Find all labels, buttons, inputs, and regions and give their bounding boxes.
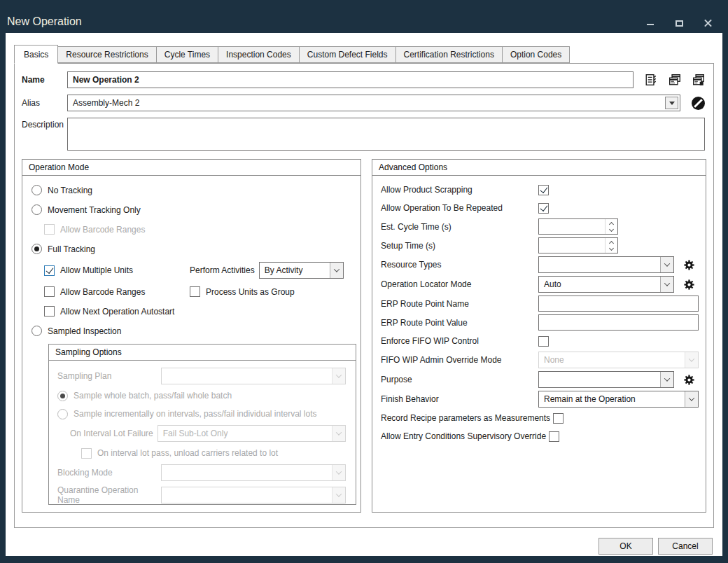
est-cycle-time-value — [539, 219, 605, 234]
dropdown-button[interactable] — [660, 372, 673, 387]
checkbox-allow-barcode-ranges[interactable]: Allow Barcode Ranges — [44, 286, 190, 297]
enforce-fifo-label: Enforce FIFO WIP Control — [381, 336, 538, 346]
erp-route-value-row: ERP Route Point Value — [381, 314, 699, 331]
block-icon — [692, 97, 705, 110]
tab-custom-defect-fields[interactable]: Custom Defect Fields — [299, 46, 396, 63]
dropdown-button[interactable] — [660, 277, 673, 292]
erp-route-point-name-input[interactable] — [538, 296, 699, 312]
tab-inspection-codes[interactable]: Inspection Codes — [218, 46, 300, 63]
interval-failure-label: On Interval Lot Failure — [70, 429, 153, 438]
spinner-buttons[interactable] — [605, 238, 617, 253]
cancel-button[interactable]: Cancel — [658, 538, 713, 555]
tab-basics[interactable]: Basics — [14, 45, 58, 64]
tab-cycle-times[interactable]: Cycle Times — [156, 46, 218, 63]
sampling-plan-label: Sampling Plan — [57, 371, 161, 381]
allow-entry-override-checkbox[interactable] — [549, 431, 559, 442]
fifo-admin-override-label: FIFO WIP Admin Override Mode — [381, 355, 538, 365]
radio-no-tracking[interactable]: No Tracking — [31, 185, 92, 195]
purpose-settings-button[interactable] — [683, 374, 695, 386]
radio-sampled-inspection[interactable]: Sampled Inspection — [31, 326, 121, 336]
enforce-fifo-checkbox[interactable] — [538, 336, 549, 347]
interval-failure-value: Fail Sub-Lot Only — [158, 426, 332, 441]
setup-time-input[interactable] — [538, 237, 618, 253]
advanced-options-title: Advanced Options — [372, 160, 706, 176]
checkbox-label: Allow Multiple Units — [60, 265, 133, 275]
resource-types-label: Resource Types — [381, 260, 538, 270]
allow-operation-repeated-label: Allow Operation To Be Repeated — [381, 203, 538, 213]
gear-icon — [683, 374, 695, 386]
tab-resource-restrictions[interactable]: Resource Restrictions — [57, 46, 156, 63]
minimize-button[interactable] — [645, 18, 655, 28]
radio-full-tracking[interactable]: Full Tracking — [31, 244, 95, 254]
dropdown-button — [332, 465, 345, 480]
operation-locator-mode-label: Operation Locator Mode — [381, 279, 538, 289]
interval-pass-row: On interval lot pass, unload carriers re… — [81, 446, 346, 460]
tab-option-codes[interactable]: Option Codes — [502, 46, 570, 63]
chevron-down-icon — [609, 245, 614, 250]
tab-certification-restrictions[interactable]: Certification Restrictions — [396, 46, 503, 63]
radio-movement-tracking-only[interactable]: Movement Tracking Only — [31, 204, 141, 215]
operation-repeated-row: Allow Operation To Be Repeated — [381, 200, 699, 216]
operation-mode-body: No Tracking Movement Tracking Only Allow… — [22, 176, 360, 505]
chevron-down-icon — [336, 429, 342, 435]
checkbox-icon — [190, 286, 200, 297]
name-input[interactable] — [67, 71, 634, 88]
close-button[interactable] — [703, 18, 713, 28]
fifo-admin-override-combobox: None — [538, 352, 699, 368]
perform-activities-combobox[interactable]: By Activity — [259, 262, 344, 279]
finish-behavior-label: Finish Behavior — [381, 394, 538, 404]
multiple-units-row: Allow Multiple Units Perform Activities … — [44, 262, 351, 279]
full-tracking-row: Full Tracking — [31, 242, 351, 256]
dropdown-button[interactable] — [685, 391, 698, 407]
perform-activities-group: Perform Activities By Activity — [190, 262, 344, 279]
checkbox-allow-multiple-units[interactable]: Allow Multiple Units — [44, 265, 190, 276]
resource-types-settings-button[interactable] — [683, 259, 695, 271]
operation-locator-settings-button[interactable] — [683, 279, 695, 291]
description-textarea[interactable] — [67, 118, 705, 151]
chevron-up-icon — [609, 221, 614, 226]
clear-alias-button[interactable] — [692, 97, 705, 110]
allow-product-scrapping-checkbox[interactable] — [538, 185, 549, 195]
minimize-icon — [647, 24, 654, 25]
dialog-body: Basics Resource Restrictions Cycle Times… — [6, 33, 722, 556]
sampling-options-title: Sampling Options — [49, 345, 356, 361]
sampling-plan-combobox — [161, 368, 346, 384]
erp-route-point-value-input[interactable] — [538, 314, 699, 331]
quarantine-operation-value — [162, 487, 332, 503]
radio-label: Full Tracking — [48, 244, 95, 254]
radio-sample-incrementally: Sample incrementally on intervals, pass/… — [57, 409, 317, 419]
copy-with-options-button[interactable] — [692, 74, 705, 86]
checkbox-process-units-as-group[interactable]: Process Units as Group — [190, 286, 295, 297]
est-cycle-time-input[interactable] — [538, 218, 618, 235]
dropdown-button — [332, 368, 345, 384]
checkbox-label: Allow Barcode Ranges — [60, 287, 145, 297]
checkbox-label: On interval lot pass, unload carriers re… — [97, 448, 278, 458]
allow-operation-repeated-checkbox[interactable] — [538, 203, 549, 214]
new-operation-window: { "window": { "title": "New Operation" }… — [0, 0, 728, 563]
resource-types-combobox[interactable] — [538, 256, 674, 273]
dropdown-button[interactable] — [660, 257, 673, 272]
titlebar[interactable]: New Operation — [0, 0, 728, 33]
spinner-buttons[interactable] — [605, 219, 617, 234]
copy-operation-button[interactable] — [668, 74, 681, 86]
checkbox-allow-next-operation-autostart[interactable]: Allow Next Operation Autostart — [44, 306, 174, 317]
radio-icon — [31, 326, 42, 336]
erp-route-point-value-label: ERP Route Point Value — [381, 318, 538, 328]
finish-behavior-combobox[interactable]: Remain at the Operation — [538, 391, 699, 408]
purpose-combobox[interactable] — [538, 371, 674, 388]
checkbox-label: Allow Barcode Ranges — [60, 225, 145, 235]
movement-tracking-row: Movement Tracking Only — [31, 203, 351, 216]
alias-combobox[interactable]: Assembly-Mech 2 — [67, 95, 680, 111]
maximize-icon — [676, 20, 683, 27]
alias-dropdown-button[interactable] — [665, 97, 678, 109]
radio-icon — [57, 391, 68, 401]
record-recipe-checkbox[interactable] — [553, 413, 564, 424]
ok-button[interactable]: OK — [598, 538, 653, 555]
operation-mode-title: Operation Mode — [22, 160, 360, 176]
edit-name-list-button[interactable] — [645, 74, 657, 86]
description-row: Description — [22, 118, 705, 151]
blocking-mode-row: Blocking Mode — [57, 464, 346, 481]
operation-locator-mode-combobox[interactable]: Auto — [538, 276, 674, 293]
dropdown-button[interactable] — [330, 263, 343, 278]
maximize-button[interactable] — [674, 18, 684, 28]
